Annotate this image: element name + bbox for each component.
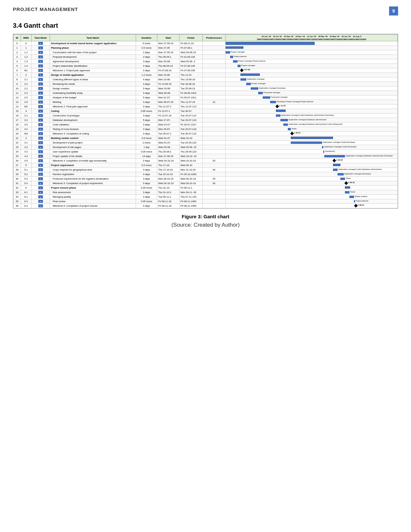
task-mode-icon: ► <box>38 195 43 198</box>
cell-task-name: Testing of cross-browser <box>50 127 136 132</box>
cell-task-name: Crops required for geographical area <box>50 168 136 172</box>
cell-start: Mon 27-05-19 <box>157 41 179 46</box>
cell-chart <box>225 41 397 46</box>
cell-task-mode: ► <box>31 186 50 190</box>
cell-task-name: Database development <box>50 118 136 123</box>
cell-pred <box>202 141 225 145</box>
cell-start: Mon 08-07-19 <box>157 100 179 104</box>
cell-finish: Tue 25-06-19 <box>179 86 202 91</box>
task-mode-icon: ► <box>38 110 43 113</box>
cell-duration: 0.05 mons <box>136 199 157 204</box>
task-mode-icon: ► <box>38 69 43 72</box>
cell-wbs: 4.2 <box>21 145 31 150</box>
table-row: 29 5.2 ► Farmers registration 4 days Tue… <box>14 172 398 177</box>
cell-duration: 0.5 mons <box>136 46 157 50</box>
cell-chart: Application manager,Database administrat… <box>225 123 397 127</box>
cell-duration: 4 days <box>136 172 157 177</box>
milestone-label: ♦ 11-07 <box>279 105 286 107</box>
cell-chart: Project planner <box>225 199 397 204</box>
cell-id: 3 <box>14 55 21 59</box>
cell-chart: Project planner <box>225 55 397 59</box>
cell-duration: 6 mons <box>136 41 157 46</box>
section-title: 3.4 Gantt chart <box>13 22 398 29</box>
cell-id: 30 <box>14 177 21 181</box>
cell-task-name: Final review <box>50 199 136 204</box>
milestone-diamond <box>345 181 348 185</box>
cell-wbs: 1.4 <box>21 64 31 68</box>
milestone-label: ♦ 07-06 <box>244 69 250 71</box>
cell-chart: Finanacial manager <box>225 91 397 95</box>
table-row: 3 1.2 ► Proposal development 2 days Thu … <box>14 55 398 59</box>
cell-finish: Wed 30-10-19 <box>179 181 202 186</box>
gantt-chart: ID WBS Task Mode Task Name Duration Star… <box>13 34 398 209</box>
resource-label: Qulaity analyst <box>355 195 367 197</box>
cell-finish: Wed 30-10-19 <box>179 177 202 181</box>
cell-wbs: 2.1 <box>21 77 31 82</box>
cell-chart: ♦ 11-07 <box>225 104 397 109</box>
cell-duration: 2 days <box>136 64 157 68</box>
cell-task-mode: ► <box>31 127 50 132</box>
cell-duration: 0.65 mons <box>136 109 157 113</box>
resource-label: Tester <box>291 128 297 130</box>
cell-chart: Developer,Project manager,Project planne… <box>225 100 397 104</box>
cell-task-name: Project closure phase <box>50 186 136 190</box>
task-mode-icon: ► <box>38 132 43 135</box>
table-row: 6 M1 ► Milestone 1: Project plan approve… <box>14 68 398 73</box>
task-mode-icon: ► <box>38 96 43 99</box>
cell-pred: 26 <box>202 168 225 172</box>
gantt-table: ID WBS Task Mode Task Name Duration Star… <box>13 34 398 208</box>
cell-duration: 0 days <box>136 159 157 163</box>
resource-label: Project planner <box>234 55 247 57</box>
cell-duration: 0.35 mons <box>136 186 157 190</box>
cell-duration: 0 days <box>136 181 157 186</box>
cell-pred <box>202 123 225 127</box>
table-row: 36 6.4 ► Milestone 6: Completion of proj… <box>14 204 398 208</box>
table-row: 5 1.4 ► Project stakeholder identificati… <box>14 64 398 68</box>
task-mode-icon: ► <box>38 168 43 171</box>
gantt-bar <box>324 155 345 157</box>
cell-start: Wed 25-09- <box>157 145 179 150</box>
cell-duration: 0.05 mons <box>136 150 157 154</box>
cell-task-name: Development of pilot project <box>50 141 136 145</box>
cell-start: Wed 31-07- <box>157 141 179 145</box>
cell-chart: Application manager,Coder,Database admin… <box>225 168 397 172</box>
cell-pred <box>202 172 225 177</box>
milestone-label: ♦ 30-10 <box>348 182 355 183</box>
table-row: 1 1 ► Planning phase 0.5 mons Mon 27-05 … <box>14 46 398 50</box>
table-row: 7 2 ► Design of mobile application 1.2 m… <box>14 73 398 77</box>
task-mode-icon: ► <box>38 141 43 144</box>
cell-task-mode: ► <box>31 150 50 154</box>
table-row: 32 6 ► Project closure phase 0.35 mons T… <box>14 186 398 190</box>
cell-id: 11 <box>14 91 21 95</box>
figure-caption: Figure 3: Gantt chart <box>13 214 398 219</box>
cell-id: 25 <box>14 154 21 159</box>
table-row: 12 2.5 ► Analysis of the budget 5 days M… <box>14 95 398 100</box>
table-row: 19 3.4 ► Testing of cross-browser 2 days… <box>14 127 398 132</box>
cell-chart <box>225 109 397 113</box>
cell-duration: 5 days <box>136 118 157 123</box>
gantt-bar-summary <box>226 42 315 45</box>
cell-wbs: 3.3 <box>21 123 31 127</box>
cell-start: Wed 19-06- <box>157 86 179 91</box>
cell-pred: 25 <box>202 159 225 163</box>
gantt-bar <box>240 78 246 81</box>
task-mode-icon: ► <box>38 204 43 207</box>
gantt-bar <box>288 128 291 130</box>
cell-id: 36 <box>14 204 21 208</box>
cell-task-mode: ► <box>31 86 50 91</box>
cell-pred: 30 <box>202 181 225 186</box>
cell-finish: Fri 07-06-195 <box>179 68 202 73</box>
cell-id: 24 <box>14 150 21 154</box>
cell-duration: 3 days <box>136 91 157 95</box>
cell-finish: Thu 11-07-113 <box>179 104 202 109</box>
cell-task-mode: ► <box>31 68 50 73</box>
cell-duration: 2 days <box>136 127 157 132</box>
gantt-body: 0 0 ► Development of mobile based farmer… <box>14 41 398 208</box>
cell-finish: Fri 08-11-1 <box>179 186 202 190</box>
cell-start: Mon 03-06- <box>157 59 179 64</box>
cell-id: 9 <box>14 82 21 86</box>
cell-wbs: 6.3 <box>21 199 31 204</box>
cell-task-name: Milestone 3: Completion of coding <box>50 132 136 136</box>
cell-pred <box>202 113 225 118</box>
cell-finish: Wed 29-05-19 <box>179 50 202 55</box>
